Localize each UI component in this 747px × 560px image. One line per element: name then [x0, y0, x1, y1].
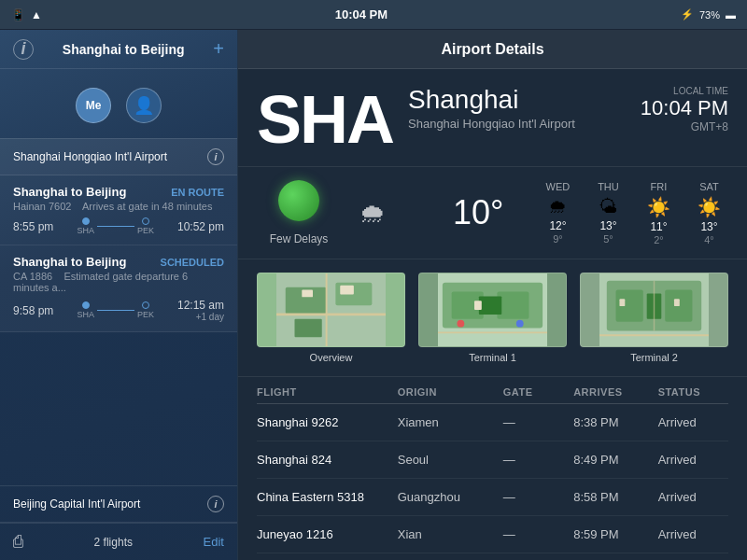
forecast-fri-label: FRI	[638, 181, 679, 192]
airport-city: Shanghai	[408, 86, 626, 115]
table-row[interactable]: Shanghai 824 Seoul — 8:49 PM Arrived	[257, 441, 728, 479]
avatar-area: Me 👤	[0, 69, 237, 138]
svg-rect-7	[340, 286, 354, 295]
forecast-sat-hi: 13°	[688, 220, 729, 233]
forecast-sat-label: SAT	[688, 181, 729, 192]
flight-2-status: SCHEDULED	[161, 257, 224, 268]
flights-table: FLIGHT ORIGIN GATE ARRIVES STATUS Shangh…	[238, 377, 747, 560]
forecast: WED 🌧 12° 9° THU 🌤 13° 5° FRI ☀️ 11° 2°	[537, 181, 747, 245]
forecast-wed-hi: 12°	[537, 219, 578, 232]
flights-count: 2 flights	[94, 536, 133, 549]
flight-item-2[interactable]: Shanghai to Beijing SCHEDULED CA 1886 Es…	[0, 245, 237, 332]
row4-arrives: 8:59 PM	[573, 527, 657, 541]
local-time-label: LOCAL TIME	[641, 86, 728, 96]
row1-flight: Shanghai 9262	[257, 415, 398, 429]
row2-arrives: 8:49 PM	[573, 453, 657, 467]
left-footer: ⎙ 2 flights Edit	[0, 523, 237, 560]
svg-rect-14	[474, 301, 482, 310]
forecast-thu-lo: 5°	[587, 233, 628, 245]
airport-code: SHA	[257, 86, 393, 153]
map-terminal1-label: Terminal 1	[418, 352, 567, 363]
flight-1-status: EN ROUTE	[171, 187, 224, 198]
current-weather: Few Delays	[257, 180, 341, 245]
airport-info: Shanghai Shanghai Hongqiao Int'l Airport	[408, 86, 626, 131]
forecast-sun-lo: 4°	[739, 234, 747, 245]
forecast-wed-label: WED	[537, 181, 578, 192]
table-row[interactable]: Shanghai 9262 Xiamen — 8:38 PM Arrived	[257, 404, 728, 441]
map-terminal2-label: Terminal 2	[580, 352, 728, 363]
weather-section: Few Delays 🌧 10° WED 🌧 12° 9° THU	[238, 167, 747, 259]
forecast-wed-lo: 9°	[537, 233, 578, 245]
table-header: FLIGHT ORIGIN GATE ARRIVES STATUS	[257, 377, 728, 404]
flight-1-dep: 8:55 pm	[13, 220, 53, 233]
left-header: i Shanghai to Beijing +	[0, 30, 237, 69]
row3-arrives: 8:58 PM	[573, 490, 657, 504]
map-overview-thumb	[257, 273, 405, 347]
forecast-thu-label: THU	[587, 181, 628, 192]
row1-gate: —	[503, 415, 573, 429]
edit-button[interactable]: Edit	[204, 535, 224, 549]
info-circle-icon[interactable]: i	[13, 39, 34, 60]
airport-2-name: Beijing Capital Int'l Airport	[13, 497, 140, 511]
map-terminal2-card[interactable]: Terminal 2	[580, 273, 728, 363]
flight-2-arr: 12:15 am	[177, 299, 224, 312]
bluetooth-icon: ⚡	[681, 8, 694, 21]
map-overview-card[interactable]: Overview	[257, 273, 405, 363]
th-arrives: ARRIVES	[573, 386, 657, 398]
left-panel-title: Shanghai to Beijing	[63, 42, 185, 57]
forecast-fri-icon: ☀️	[638, 196, 679, 218]
map-terminal1-card[interactable]: Terminal 1	[418, 273, 567, 363]
add-flight-button[interactable]: +	[213, 38, 224, 60]
row1-status: Arrived	[658, 415, 728, 429]
rain-cloud-icon: 🌧	[359, 198, 386, 229]
flight-1-airline: Hainan 7602	[13, 201, 71, 212]
airport-time-block: LOCAL TIME 10:04 PM GMT+8	[641, 86, 728, 133]
row4-flight: Juneyao 1216	[257, 527, 398, 541]
person-avatar-button[interactable]: 👤	[126, 88, 162, 123]
svg-rect-11	[497, 292, 529, 319]
svg-rect-6	[302, 290, 313, 298]
flight-item-1[interactable]: Shanghai to Beijing EN ROUTE Hainan 7602…	[0, 175, 237, 245]
table-row[interactable]: China Eastern 5318 Guangzhou — 8:58 PM A…	[257, 479, 728, 516]
flight-2-route: SHA PEK	[61, 301, 170, 319]
left-panel: i Shanghai to Beijing + Me 👤 Shanghai Ho…	[0, 30, 238, 560]
local-time: 10:04 PM	[641, 96, 728, 120]
top-bar-left: 📱 ▲	[11, 8, 42, 21]
forecast-thu: THU 🌤 13° 5°	[587, 181, 628, 245]
flight-2-extra: +1 day	[177, 312, 224, 322]
delay-label: Few Delays	[257, 232, 341, 245]
row3-gate: —	[503, 490, 573, 504]
top-bar: 📱 ▲ 10:04 PM ⚡ 73% ▬	[0, 0, 747, 30]
airport-hero: SHA Shanghai Shanghai Hongqiao Int'l Air…	[238, 69, 747, 167]
forecast-sat-lo: 4°	[688, 234, 729, 245]
row4-origin: Xian	[398, 527, 503, 541]
airport-1-name: Shanghai Hongqiao Int'l Airport	[13, 150, 167, 163]
forecast-fri: FRI ☀️ 11° 2°	[638, 181, 679, 245]
svg-point-16	[516, 320, 524, 328]
airport-full-name: Shanghai Hongqiao Int'l Airport	[408, 117, 626, 131]
table-row[interactable]: Juneyao 1216 Xian — 8:59 PM Arrived	[257, 516, 728, 553]
row2-flight: Shanghai 824	[257, 453, 398, 467]
forecast-sun: SUN ☀️ 8° 4°	[739, 181, 747, 245]
airport-2-info-icon[interactable]: i	[207, 496, 224, 512]
forecast-sun-hi: 8°	[739, 220, 747, 233]
local-timezone: GMT+8	[641, 120, 728, 133]
flight-2-dep: 9:58 pm	[13, 304, 53, 317]
top-bar-right: ⚡ 73% ▬	[681, 8, 736, 21]
flight-list: Shanghai to Beijing EN ROUTE Hainan 7602…	[0, 175, 237, 485]
svg-rect-3	[295, 319, 322, 338]
map-terminal2-thumb	[580, 273, 728, 347]
battery-pct: 73%	[699, 9, 720, 21]
forecast-thu-icon: 🌤	[587, 196, 628, 217]
flight-2-airline: CA 1886	[13, 271, 52, 282]
me-avatar-button[interactable]: Me	[76, 88, 111, 123]
right-panel-title: Airport Details	[441, 41, 543, 58]
current-temp-block: 10°	[453, 193, 503, 232]
th-status: STATUS	[658, 386, 728, 398]
forecast-sun-icon: ☀️	[739, 196, 747, 218]
forecast-sat-icon: ☀️	[688, 196, 729, 218]
share-icon[interactable]: ⎙	[13, 532, 23, 552]
row4-gate: —	[503, 527, 573, 541]
top-bar-time: 10:04 PM	[335, 7, 388, 21]
airport-1-info-icon[interactable]: i	[207, 148, 224, 165]
